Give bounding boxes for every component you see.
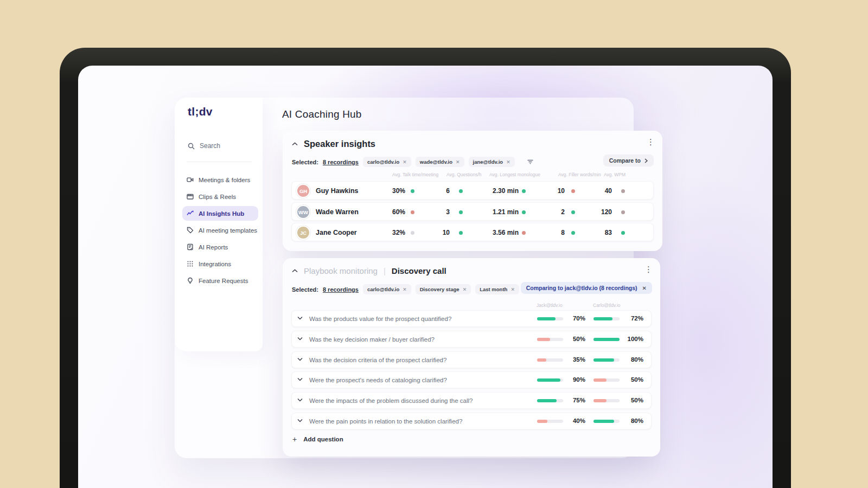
column-header: Avg. WPM xyxy=(604,172,626,177)
status-dot xyxy=(459,231,463,235)
question-row[interactable]: Was the decision criteria of the prospec… xyxy=(291,351,652,368)
filler-words-value: 10 xyxy=(526,187,565,195)
chip-label: Discovery stage xyxy=(420,286,459,292)
close-icon[interactable]: ✕ xyxy=(403,159,407,165)
filler-words-value: 8 xyxy=(526,229,565,236)
question-row[interactable]: Were the pain points in relation to the … xyxy=(291,413,652,429)
chevron-down-icon[interactable] xyxy=(297,357,303,361)
close-icon[interactable]: ✕ xyxy=(463,287,467,292)
speaker-name: Wade Warren xyxy=(316,208,359,216)
column-header: Jack@tldv.io xyxy=(537,303,563,308)
sidebar-item-label: AI meeting templates xyxy=(199,227,257,234)
selected-recordings-link[interactable]: 8 recordings xyxy=(323,159,359,165)
table-row[interactable]: WW Wade Warren 60% 3 1.21 min 2 120 xyxy=(291,202,654,221)
question-text: Was the products value for the prospect … xyxy=(309,316,451,322)
question-row[interactable]: Was the products value for the prospect … xyxy=(291,310,652,327)
percent-jack: 70% xyxy=(565,315,585,322)
grid-dots-icon xyxy=(187,260,194,267)
status-dot xyxy=(621,210,625,214)
monologue-value: 3.56 min xyxy=(470,229,519,236)
kebab-menu-icon[interactable]: ⋮ xyxy=(647,138,655,146)
search-input[interactable]: Search xyxy=(188,142,220,150)
report-doc-icon xyxy=(187,243,194,251)
kebab-menu-icon[interactable]: ⋮ xyxy=(644,265,653,273)
screen: tl;dv Search xyxy=(78,66,773,488)
sidebar-item-clips-reels[interactable]: Clips & Reels xyxy=(182,189,258,204)
column-header: Carlo@tldv.io xyxy=(593,303,621,308)
percent-jack: 90% xyxy=(565,376,585,383)
table-row[interactable]: JC Jane Cooper 32% 10 3.56 min 8 83 xyxy=(291,223,654,241)
close-icon[interactable]: ✕ xyxy=(506,159,510,165)
column-header: Avg. Questions/h xyxy=(446,172,482,177)
chevron-down-icon[interactable] xyxy=(297,316,303,320)
sidebar-item-meetings-folders[interactable]: Meetings & folders xyxy=(182,172,258,187)
filter-chip[interactable]: Discovery stage ✕ xyxy=(416,284,471,294)
progress-bar-jack xyxy=(537,378,563,382)
sidebar-item-label: AI Reports xyxy=(199,244,228,251)
compare-to-button[interactable]: Compare to xyxy=(603,155,654,166)
selected-recordings-link[interactable]: 8 recordings xyxy=(323,286,359,293)
sidebar: tl;dv Search xyxy=(175,98,263,351)
filter-chip[interactable]: jane@tldv.io ✕ xyxy=(469,157,515,167)
percent-carlo: 80% xyxy=(620,418,643,424)
question-text: Was the key decision maker / buyer clari… xyxy=(309,336,435,343)
filter-chip[interactable]: carlo@tldv.io ✕ xyxy=(363,284,411,294)
chip-label: jane@tldv.io xyxy=(473,159,503,165)
status-dot xyxy=(522,231,526,235)
chevron-down-icon[interactable] xyxy=(297,377,303,381)
percent-jack: 50% xyxy=(565,336,585,342)
percent-carlo: 50% xyxy=(620,376,643,383)
table-row[interactable]: GH Guy Hawkins 30% 6 2.30 min 10 40 xyxy=(291,181,654,200)
wpm-value: 83 xyxy=(573,229,612,236)
chip-label: wade@tldv.io xyxy=(420,159,452,165)
add-question-button[interactable]: + Add question xyxy=(292,435,343,444)
progress-bar-jack xyxy=(537,358,563,362)
trend-line-icon xyxy=(187,210,194,217)
chip-label: Last month xyxy=(480,286,507,292)
page-title: AI Coaching Hub xyxy=(282,108,362,120)
progress-bar-jack xyxy=(537,317,563,320)
comparing-to-pill[interactable]: Comparing to jack@tldv.io (8 recordings)… xyxy=(521,282,652,294)
sidebar-item-ai-reports[interactable]: AI Reports xyxy=(182,240,258,254)
sidebar-nav: Meetings & folders Clips & Reels xyxy=(182,172,258,290)
collapse-chevron-up-icon[interactable] xyxy=(292,269,298,273)
question-text: Were the pain points in relation to the … xyxy=(309,418,462,425)
speaker-insights-panel: Speaker insights ⋮ Selected: 8 recording… xyxy=(283,131,662,251)
sidebar-item-feature-requests[interactable]: Feature Requests xyxy=(182,273,258,288)
comparing-to-label: Comparing to jack@tldv.io (8 recordings) xyxy=(526,285,637,291)
progress-bar-carlo xyxy=(593,317,620,320)
chip-label: carlo@tldv.io xyxy=(367,286,399,292)
compare-to-label: Compare to xyxy=(609,157,641,164)
filter-chip[interactable]: Last month ✕ xyxy=(475,284,519,294)
percent-carlo: 72% xyxy=(620,315,643,322)
question-text: Were the impacts of the problem discusse… xyxy=(309,397,473,404)
sidebar-item-label: Feature Requests xyxy=(199,278,248,284)
sidebar-item-ai-meeting-templates[interactable]: AI meeting templates xyxy=(182,223,258,237)
filter-chip[interactable]: carlo@tldv.io ✕ xyxy=(363,157,411,167)
chevron-down-icon[interactable] xyxy=(297,398,303,402)
question-row[interactable]: Were the impacts of the problem discusse… xyxy=(291,392,652,409)
close-icon[interactable]: ✕ xyxy=(642,285,647,291)
close-icon[interactable]: ✕ xyxy=(456,159,460,165)
video-camera-icon xyxy=(187,176,194,183)
question-row[interactable]: Were the prospect's needs of cataloging … xyxy=(291,371,652,388)
close-icon[interactable]: ✕ xyxy=(403,287,407,292)
selected-label: Selected: xyxy=(292,286,318,293)
talk-time-value: 32% xyxy=(366,229,405,236)
filter-chip[interactable]: wade@tldv.io ✕ xyxy=(416,157,464,167)
chevron-down-icon[interactable] xyxy=(297,419,303,422)
sidebar-item-label: Integrations xyxy=(199,261,231,267)
playbook-monitoring-panel: Playbook monitoring | Discovery call ⋮ S… xyxy=(283,258,660,457)
clapperboard-icon xyxy=(187,193,194,200)
search-label: Search xyxy=(200,142,220,150)
progress-bar-jack xyxy=(537,420,563,423)
collapse-chevron-up-icon[interactable] xyxy=(292,142,298,146)
sidebar-item-integrations[interactable]: Integrations xyxy=(182,256,258,271)
sidebar-item-ai-insights-hub[interactable]: AI Insights Hub xyxy=(182,206,258,221)
close-icon[interactable]: ✕ xyxy=(510,287,515,292)
question-row[interactable]: Was the key decision maker / buyer clari… xyxy=(291,331,652,348)
chevron-right-icon xyxy=(644,158,648,163)
chevron-down-icon[interactable] xyxy=(297,337,303,341)
filter-lines-icon[interactable] xyxy=(527,159,534,165)
questions-value: 6 xyxy=(411,187,450,195)
